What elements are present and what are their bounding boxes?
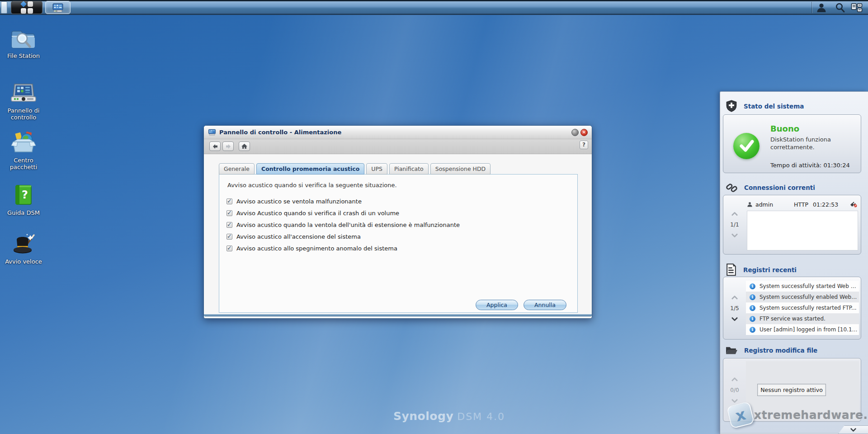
cancel-button[interactable]: Annulla bbox=[524, 300, 566, 310]
synology-logo-text: Synology bbox=[393, 410, 453, 423]
desktop-icon-label: Centro pacchetti bbox=[2, 157, 45, 170]
log-text: System successfully enabled WebD... bbox=[760, 294, 859, 300]
widget-title: Stato del sistema bbox=[744, 103, 804, 110]
control-panel-window-icon bbox=[52, 3, 64, 13]
checkbox-checked[interactable] bbox=[226, 198, 232, 204]
info-icon: i bbox=[750, 305, 755, 311]
checkbox-row[interactable]: Avviso acustico se ventola malfunzionant… bbox=[226, 195, 460, 207]
tab[interactable]: Pianificato bbox=[389, 163, 429, 175]
log-row[interactable]: i User [admin] logged in from [10.16... bbox=[746, 324, 859, 335]
main-menu-button[interactable] bbox=[11, 1, 42, 14]
connection-row[interactable]: admin HTTP 01:22:53 bbox=[747, 199, 858, 210]
widget-title: Registri recenti bbox=[743, 266, 797, 274]
desktop-icon-dsm-help[interactable]: ? Guida DSM bbox=[2, 182, 45, 216]
page-down-icon[interactable] bbox=[731, 233, 738, 237]
info-icon: i bbox=[750, 316, 755, 322]
chevron-down-icon bbox=[850, 428, 857, 432]
page-up-icon[interactable] bbox=[731, 377, 738, 382]
pager-label: 1/5 bbox=[730, 305, 739, 311]
connection-time: 01:22:53 bbox=[813, 201, 838, 208]
status-ok-icon bbox=[733, 133, 760, 159]
tab[interactable]: Generale bbox=[219, 163, 255, 175]
file-log-header: Registro modifica file bbox=[726, 345, 817, 356]
home-icon bbox=[241, 143, 248, 149]
folder-search-icon bbox=[10, 25, 37, 51]
desktop-icon-control-panel[interactable]: Pannello di controllo bbox=[2, 80, 45, 121]
pilot-view-button[interactable] bbox=[849, 0, 864, 15]
log-row[interactable]: i System successfully enabled WebD... bbox=[746, 292, 859, 302]
forward-arrow-icon bbox=[225, 144, 231, 149]
checkbox-row[interactable]: Avviso acustico quando la ventola dell'u… bbox=[226, 219, 460, 231]
page-down-icon[interactable] bbox=[731, 399, 738, 403]
dsm-version-text: DSM 4.0 bbox=[457, 411, 505, 422]
log-text: User [admin] logged in from [10.16... bbox=[760, 326, 859, 333]
disconnect-icon[interactable] bbox=[849, 201, 857, 209]
desktop-icon-label: File Station bbox=[2, 52, 45, 59]
dsm-watermark: SynologyDSM 4.0 bbox=[393, 410, 505, 423]
home-button[interactable] bbox=[239, 142, 250, 151]
checkbox-checked[interactable] bbox=[226, 222, 232, 228]
log-row[interactable]: i FTP service was started. bbox=[746, 313, 859, 324]
forward-button[interactable] bbox=[222, 142, 234, 151]
checkbox-label: Avviso Acustico quando si verifica il cr… bbox=[236, 210, 399, 217]
log-row[interactable]: i System successfully started Web St... bbox=[746, 281, 859, 292]
control-panel-window: Pannello di controllo - Alimentazione ✕ … bbox=[203, 125, 592, 319]
search-icon bbox=[835, 2, 845, 13]
logs-pager: 1/5 bbox=[723, 277, 746, 339]
section-intro-text: Avviso acustico quando si verifica la se… bbox=[227, 182, 397, 189]
page-up-icon[interactable] bbox=[731, 296, 738, 300]
checkbox-checked[interactable] bbox=[226, 245, 232, 251]
desktop-icon-package-center[interactable]: Centro pacchetti bbox=[2, 129, 45, 170]
log-document-icon bbox=[726, 264, 737, 276]
connection-user: admin bbox=[755, 201, 773, 208]
checkbox-row[interactable]: Avviso Acustico quando si verifica il cr… bbox=[226, 207, 460, 219]
close-button[interactable]: ✕ bbox=[580, 129, 588, 136]
window-titlebar[interactable]: Pannello di controllo - Alimentazione ✕ bbox=[204, 126, 592, 139]
page-up-icon[interactable] bbox=[731, 212, 738, 216]
taskbar-active-window-button[interactable] bbox=[45, 1, 71, 14]
help-button[interactable]: ? bbox=[580, 141, 588, 149]
checkbox-checked[interactable] bbox=[226, 210, 232, 216]
apply-button[interactable]: Applica bbox=[476, 300, 518, 310]
file-log-empty-message: Nessun registro attivo bbox=[757, 384, 826, 396]
show-desktop-button[interactable] bbox=[1, 1, 7, 14]
search-button[interactable] bbox=[832, 0, 848, 15]
window-title: Pannello di controllo - Alimentazione bbox=[219, 129, 341, 136]
back-button[interactable] bbox=[209, 142, 221, 151]
tab[interactable]: UPS bbox=[366, 163, 387, 175]
log-text: FTP service was started. bbox=[760, 316, 826, 322]
connections-pager: 1/1 bbox=[723, 195, 746, 254]
panel-collapse-button[interactable] bbox=[838, 425, 868, 434]
log-text: System successfully restarted FTP... bbox=[760, 305, 857, 311]
minimize-button[interactable] bbox=[571, 129, 579, 136]
user-menu-button[interactable] bbox=[814, 0, 829, 15]
checkbox-label: Avviso acustico allo spegnimento anomalo… bbox=[236, 245, 397, 252]
taskbar bbox=[0, 0, 868, 15]
user-icon bbox=[816, 2, 827, 13]
page-down-icon[interactable] bbox=[731, 317, 738, 321]
file-log-pager: 0/0 bbox=[723, 359, 746, 421]
status-description: DiskStation funziona correttamente. bbox=[770, 136, 849, 151]
desktop-icon-quick-start[interactable]: Avvio veloce bbox=[2, 231, 45, 265]
desktop-icon-label: Pannello di controllo bbox=[2, 107, 45, 121]
file-log-box: 0/0 Nessun registro attivo bbox=[723, 358, 861, 422]
log-row[interactable]: i System successfully restarted FTP... bbox=[746, 302, 859, 313]
open-folder-icon bbox=[726, 345, 738, 356]
desktop-icon-file-station[interactable]: File Station bbox=[2, 25, 45, 59]
main-menu-grid-icon bbox=[21, 1, 33, 14]
window-bottom-frame bbox=[204, 314, 592, 316]
checkbox-row[interactable]: Avviso acustico all'accensione del siste… bbox=[226, 231, 460, 242]
checkbox-label: Avviso acustico quando la ventola dell'u… bbox=[236, 222, 460, 228]
status-value: Buono bbox=[770, 124, 799, 133]
package-box-icon bbox=[10, 129, 37, 156]
checkbox-checked[interactable] bbox=[226, 234, 232, 240]
magic-hat-icon bbox=[10, 231, 37, 257]
tab[interactable]: Controllo promemoria acustico bbox=[256, 163, 364, 175]
checkbox-row[interactable]: Avviso acustico allo spegnimento anomalo… bbox=[226, 242, 460, 254]
tab[interactable]: Sospensione HDD bbox=[430, 163, 491, 175]
recent-logs-box: 1/5 i System successfully started Web St… bbox=[723, 277, 861, 340]
log-text: System successfully started Web St... bbox=[760, 283, 859, 289]
window-body: Generale Controllo promemoria acustico U… bbox=[204, 154, 592, 316]
log-list: i System successfully started Web St... … bbox=[746, 281, 859, 335]
desktop-icon-label: Avvio veloce bbox=[2, 258, 45, 265]
